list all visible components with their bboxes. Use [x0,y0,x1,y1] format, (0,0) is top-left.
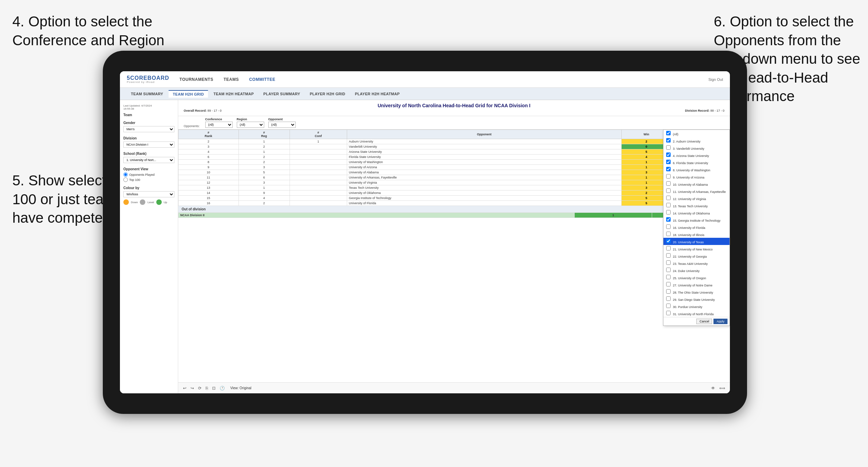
dropdown-item[interactable]: 8. University of Washington [663,166,730,173]
dropdown-checkbox[interactable] [666,210,671,214]
reset-btn[interactable]: ⟳ [197,385,203,391]
dropdown-checkbox[interactable] [666,239,671,243]
dropdown-checkbox[interactable] [666,260,671,265]
dropdown-item[interactable]: 12. University of Virginia [663,195,730,202]
sidebar-division-section: Division NCAA Division I [123,136,174,148]
clock-btn[interactable]: 🕐 [218,385,226,391]
rank-cell: 9 [179,165,239,170]
dropdown-checkbox[interactable] [666,246,671,250]
reg-cell: 5 [239,170,290,175]
grid-header-inner: University of North Carolina Head-to-Hea… [184,103,724,112]
dropdown-item[interactable]: 10. University of Alabama [663,180,730,187]
out-div-label: NCAA Division II [179,213,575,218]
opponent-filter-select[interactable]: (All) [268,122,296,128]
col-rank: #Rank [179,130,239,139]
dropdown-item[interactable]: 15. Georgia Institute of Technology [663,216,730,223]
dropdown-item[interactable]: 21. University of New Mexico [663,245,730,252]
dropdown-checkbox[interactable] [666,217,671,222]
school-select[interactable]: 1. University of Nort... [123,157,174,163]
region-filter-select[interactable]: (All) [237,122,264,128]
reg-cell: 3 [239,165,290,170]
opponent-cell: University of Oklahoma [347,191,622,196]
dropdown-checkbox[interactable] [666,196,671,200]
dropdown-item[interactable]: 23. Texas A&M University [663,259,730,267]
undo-btn[interactable]: ↩ [182,385,188,391]
dropdown-item[interactable]: 27. University of Notre Dame [663,281,730,288]
division-select[interactable]: NCAA Division I [123,142,174,148]
gender-select[interactable]: Men's [123,126,174,132]
dropdown-checkbox[interactable] [666,203,671,207]
nav-bar: 5COREBOARD Powered by iRoad TOURNAMENTS … [120,71,730,88]
subnav-team-summary[interactable]: TEAM SUMMARY [127,90,167,97]
dropdown-item[interactable]: 28. The Ohio State University [663,288,730,295]
conference-filter-select[interactable]: (All) [205,122,233,128]
subnav-player-h2h-heatmap[interactable]: PLAYER H2H HEATMAP [351,90,404,97]
dropdown-checkbox[interactable] [666,131,671,135]
subnav-team-h2h-grid[interactable]: TEAM H2H GRID [169,90,208,98]
reg-cell: 4 [239,196,290,201]
reg-cell: 3 [239,180,290,185]
dropdown-item[interactable]: 24. Duke University [663,267,730,274]
radio-top100[interactable]: Top 100 [123,177,174,182]
legend-down-text: Down [131,201,138,204]
dropdown-item[interactable]: 4. Arizona State University [663,151,730,159]
dropdown-item[interactable]: 18. University of Illinois [663,231,730,238]
dropdown-item[interactable]: 25. University of Oregon [663,274,730,281]
dropdown-checkbox[interactable] [666,152,671,157]
dropdown-checkbox[interactable] [666,167,671,171]
fit-btn[interactable]: ⊡ [211,385,217,391]
dropdown-item[interactable]: 14. University of Oklahoma [663,209,730,216]
dropdown-item[interactable]: 20. University of Texas [663,238,730,245]
dropdown-checkbox[interactable] [666,296,671,301]
dropdown-item[interactable]: 16. University of Florida [663,223,730,231]
subnav-player-h2h-grid[interactable]: PLAYER H2H GRID [306,90,350,97]
dropdown-checkbox[interactable] [666,174,671,179]
dropdown-checkbox[interactable] [666,275,671,279]
cancel-button[interactable]: Cancel [696,319,712,324]
dropdown-item[interactable]: 11. University of Arkansas, Fayetteville [663,187,730,195]
nav-teams[interactable]: TEAMS [223,76,239,83]
nav-committee[interactable]: COMMITTEE [249,76,276,83]
dropdown-item[interactable]: 30. Purdue University [663,303,730,310]
dropdown-checkbox[interactable] [666,232,671,236]
dropdown-item[interactable]: 13. Texas Tech University [663,202,730,209]
dropdown-item[interactable]: 3. Vanderbilt University [663,144,730,151]
copy-btn[interactable]: ⎘ [204,385,209,391]
dropdown-checkbox[interactable] [666,282,671,286]
colour-select[interactable]: Win/loss [123,191,174,197]
table-row: 16 2 University of Florida 5 1 [179,201,730,206]
dropdown-item[interactable]: 29. San Diego State University [663,295,730,303]
dropdown-item[interactable]: 9. University of Arizona [663,173,730,180]
dropdown-item[interactable]: 6. Florida State University [663,159,730,166]
dropdown-checkbox[interactable] [666,138,671,143]
dropdown-item[interactable]: (All) [663,130,730,137]
width-btn[interactable]: ⟺ [718,385,726,391]
dropdown-checkbox[interactable] [666,268,671,272]
colour-label: Colour by [123,186,174,190]
table-row: 9 3 University of Arizona 1 0 [179,165,730,170]
apply-button[interactable]: Apply [713,319,728,324]
region-filter-label: Region [237,118,264,121]
dropdown-checkbox[interactable] [666,311,671,315]
conf-cell [290,149,347,155]
dropdown-checkbox[interactable] [666,289,671,294]
dropdown-checkbox[interactable] [666,145,671,150]
dropdown-checkbox[interactable] [666,181,671,186]
reg-cell: 2 [239,160,290,165]
nav-tournaments[interactable]: TOURNAMENTS [180,76,213,83]
eye-btn[interactable]: 👁 [710,385,717,391]
dropdown-checkbox[interactable] [666,188,671,193]
nav-signout[interactable]: Sign Out [708,77,723,82]
dropdown-item[interactable]: 22. University of Georgia [663,252,730,259]
dropdown-checkbox[interactable] [666,160,671,164]
dropdown-item[interactable]: 31. University of North Florida [663,310,730,317]
dropdown-checkbox[interactable] [666,224,671,229]
subnav-team-h2h-heatmap[interactable]: TEAM H2H HEATMAP [209,90,258,97]
dropdown-item[interactable]: 2. Auburn University [663,137,730,144]
radio-opponents-played[interactable]: Opponents Played [123,172,174,177]
dropdown-checkbox[interactable] [666,304,671,308]
redo-btn[interactable]: ↪ [189,385,195,391]
subnav-player-summary[interactable]: PLAYER SUMMARY [259,90,304,97]
rank-cell: 13 [179,185,239,191]
dropdown-checkbox[interactable] [666,253,671,258]
